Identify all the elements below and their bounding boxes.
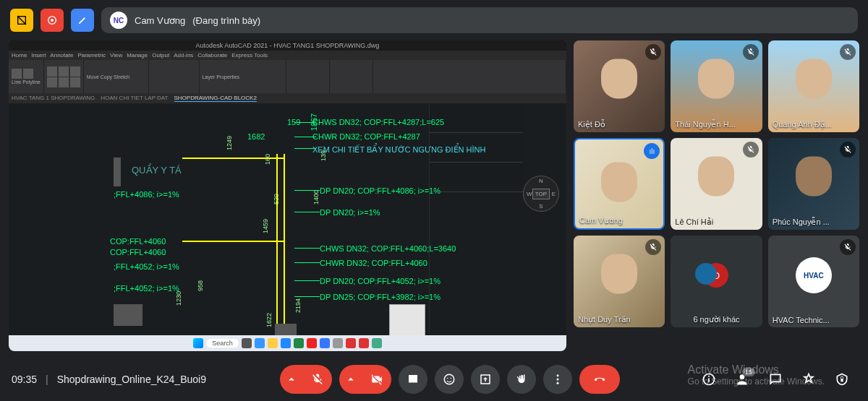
menu-bar: HomeInsertAnnotateParametricViewManageOu… <box>9 51 566 60</box>
present-button[interactable] <box>471 365 500 394</box>
participant-tile[interactable]: Kiệt Đỗ <box>574 40 665 132</box>
mic-toggle-button[interactable] <box>303 365 332 394</box>
meeting-name: Shopdrawing_Online_K24_Buoi9 <box>57 374 206 385</box>
presenter-avatar: NC <box>110 12 127 29</box>
participant-tile[interactable]: Lê Chí Hải <box>671 138 762 230</box>
autocad-titlebar: Autodesk AutoCAD 2021 - HVAC TANG1 SHOPD… <box>9 40 566 51</box>
svg-rect-14 <box>841 379 843 381</box>
mic-options-button[interactable] <box>280 365 303 394</box>
shared-screen: Autodesk AutoCAD 2021 - HVAC TANG1 SHOPD… <box>9 40 566 351</box>
svg-line-1 <box>17 16 26 25</box>
presenter-status: (Đang trình bày) <box>192 15 260 26</box>
raise-hand-button[interactable] <box>507 365 536 394</box>
reactions-button[interactable] <box>435 365 464 394</box>
ribbon-toolbar: Line Polyline Move Copy Stretch Layer Pr… <box>9 60 566 93</box>
more-options-button[interactable] <box>543 365 572 394</box>
mic-off-icon <box>840 142 856 158</box>
clock: 09:35 <box>12 374 37 385</box>
screenshot-off-icon[interactable] <box>10 9 33 32</box>
meeting-info: 09:35 | Shopdrawing_Online_K24_Buoi9 <box>12 374 206 385</box>
windows-taskbar[interactable]: Search <box>9 335 566 351</box>
hvac-logo: HVAC <box>796 257 832 293</box>
participant-tile-speaking[interactable]: ılı Cam Vương <box>574 138 665 230</box>
presenter-banner: NC Cam Vương (Đang trình bày) <box>101 7 858 33</box>
participants-grid: Kiệt Đỗ Thái Nguyễn H... Quang Anh Đặ...… <box>574 40 859 351</box>
svg-point-8 <box>557 374 559 376</box>
svg-point-9 <box>557 379 559 381</box>
windows-activation-watermark: Activate Windows Go to Settings to activ… <box>688 363 825 387</box>
svg-point-4 <box>445 374 455 384</box>
presenter-name: Cam Vương <box>135 15 185 26</box>
participant-tile[interactable]: Nhựt Duy Trần <box>574 236 665 327</box>
mic-off-icon <box>840 44 856 60</box>
mic-off-icon <box>743 44 759 60</box>
host-controls-button[interactable] <box>827 365 856 394</box>
participant-tile[interactable]: Thái Nguyễn H... <box>671 40 762 132</box>
top-bar: NC Cam Vương (Đang trình bày) <box>0 0 868 40</box>
cam-options-button[interactable] <box>339 365 362 394</box>
svg-point-3 <box>51 19 54 22</box>
svg-point-5 <box>447 378 448 379</box>
participant-tile-more[interactable]: Đ 6 người khác <box>671 236 762 327</box>
participant-tile[interactable]: Phúc Nguyễn ... <box>768 138 859 230</box>
svg-point-6 <box>451 378 452 379</box>
mic-off-icon <box>840 239 856 255</box>
file-tabs: HVAC TANG 1 SHOPDRAWING HOAN CHI TIET LA… <box>9 93 566 103</box>
cad-viewport[interactable]: CHWS DN32; COP:FFL+4287;L=625 CHWR DN32;… <box>9 103 566 351</box>
record-icon[interactable] <box>41 9 64 32</box>
annotate-icon[interactable] <box>71 9 94 32</box>
captions-button[interactable] <box>399 365 427 394</box>
hangup-button[interactable] <box>579 365 620 394</box>
view-cube[interactable]: N E S W TOP <box>523 176 559 212</box>
main-area: Autodesk AutoCAD 2021 - HVAC TANG1 SHOPD… <box>0 40 868 351</box>
participant-tile[interactable]: Quang Anh Đặ... <box>768 40 859 132</box>
cam-toggle-button[interactable] <box>362 365 391 394</box>
participant-tile[interactable]: HVAC HVAC Technic... <box>768 236 859 327</box>
mic-off-icon <box>743 142 759 158</box>
controls <box>280 365 620 394</box>
svg-point-10 <box>557 382 559 384</box>
